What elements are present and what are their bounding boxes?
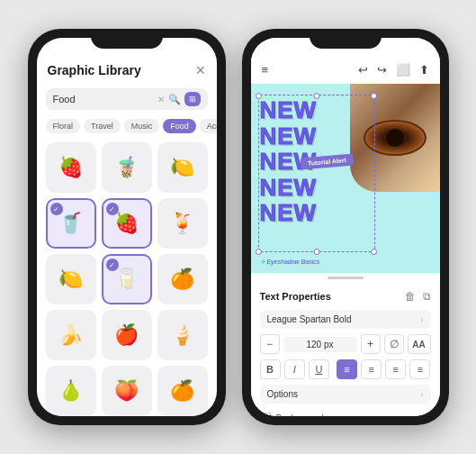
tab-food[interactable]: Food — [163, 119, 196, 133]
eye-shape — [364, 120, 427, 156]
background-checkbox[interactable] — [260, 413, 271, 416]
font-name-label: League Spartan Bold — [267, 314, 352, 324]
phones-container: Graphic Library ✕ Food ✕ 🔍 ⊞ Floral Trav… — [28, 29, 449, 425]
format-row: B I U ≡ ≡ ≡ ≡ — [260, 359, 431, 379]
new-line-2: NEW — [260, 123, 318, 150]
increase-size-button[interactable]: + — [361, 334, 381, 354]
left-phone: Graphic Library ✕ Food ✕ 🔍 ⊞ Floral Trav… — [28, 29, 226, 425]
eyeshadow-label: ✧ Eyeshadow Basics — [260, 259, 320, 266]
copy-icon[interactable]: ⧉ — [423, 290, 431, 303]
size-number: 120 — [306, 340, 321, 350]
emoji-strawberry2: 🍓 — [114, 212, 139, 235]
emoji-icecream: 🍦 — [170, 323, 194, 347]
handle-bottom-left[interactable] — [256, 249, 262, 255]
scroll-bar — [328, 277, 364, 279]
left-phone-screen: Graphic Library ✕ Food ✕ 🔍 ⊞ Floral Trav… — [37, 38, 217, 416]
graphic-grid: 🍓 🧋 🍋 ✓ 🥤 ✓ 🍓 🍹 🍋 ✓ 🥛 🍊 🍌 — [37, 139, 217, 416]
grid-item-0[interactable]: 🍓 — [46, 142, 96, 193]
close-button[interactable]: ✕ — [195, 63, 206, 77]
check-badge-3: ✓ — [50, 203, 63, 215]
graphic-library-title: Graphic Library — [48, 63, 141, 77]
options-chevron-icon: › — [421, 390, 424, 399]
share-icon[interactable]: ⬆ — [419, 63, 429, 77]
tab-music[interactable]: Music — [124, 119, 160, 133]
emoji-lemon: 🍋 — [170, 156, 194, 179]
grid-item-12[interactable]: 🍐 — [46, 366, 96, 416]
grid-item-1[interactable]: 🧋 — [102, 142, 152, 193]
emoji-peach: 🍑 — [114, 379, 139, 403]
opacity-button[interactable]: ∅ — [384, 334, 404, 354]
undo-icon[interactable]: ↩ — [358, 63, 368, 77]
new-line-5: NEW — [260, 200, 318, 226]
print-icon[interactable]: ⬜ — [396, 63, 410, 77]
grid-item-14[interactable]: 🍊 — [157, 366, 208, 416]
align-left-button[interactable]: ≡ — [337, 359, 357, 379]
scroll-indicator — [251, 273, 440, 283]
new-line-1: NEW — [260, 97, 318, 123]
emoji-pear: 🍐 — [58, 379, 83, 403]
right-phone: ≡ ↩ ↪ ⬜ ⬆ NEW — [242, 29, 449, 425]
align-center-button[interactable]: ≡ — [361, 359, 382, 379]
emoji-cup: 🥤 — [58, 212, 83, 235]
emoji-boba: 🧋 — [114, 156, 139, 179]
italic-button[interactable]: I — [284, 359, 305, 379]
right-phone-screen: ≡ ↩ ↪ ⬜ ⬆ NEW — [251, 38, 440, 416]
emoji-tangerine: 🍊 — [170, 379, 194, 403]
background-label: Background — [276, 413, 324, 417]
size-value: 120 px — [283, 337, 357, 352]
align-right-button[interactable]: ≡ — [385, 359, 406, 379]
search-clear-button[interactable]: ✕ — [157, 95, 165, 104]
font-selector[interactable]: League Spartan Bold › — [260, 310, 431, 329]
panel-icons: 🗑 ⧉ — [405, 290, 431, 303]
grid-item-9[interactable]: 🍌 — [46, 310, 96, 360]
options-row[interactable]: Options › — [260, 385, 431, 404]
tab-accessories[interactable]: Accessories — [200, 119, 217, 133]
panel-title: Text Properties — [260, 291, 331, 302]
check-badge-4: ✓ — [106, 203, 119, 215]
text-properties-panel: Text Properties 🗑 ⧉ League Spartan Bold … — [251, 283, 440, 416]
grid-item-3[interactable]: ✓ 🥤 — [46, 198, 96, 249]
check-badge-7: ✓ — [106, 259, 119, 271]
emoji-cocktail: 🍹 — [170, 212, 194, 235]
eye-pupil — [386, 129, 404, 147]
emoji-orange: 🍊 — [170, 268, 194, 291]
left-phone-notch — [91, 29, 163, 49]
search-bar: Food ✕ 🔍 ⊞ — [46, 88, 208, 110]
search-icon[interactable]: 🔍 — [168, 94, 181, 105]
text-case-button[interactable]: AA — [408, 334, 431, 354]
font-chevron-icon: › — [421, 315, 424, 324]
grid-item-4[interactable]: ✓ 🍓 — [102, 198, 152, 249]
delete-icon[interactable]: 🗑 — [405, 290, 416, 303]
canvas-area[interactable]: NEW NEW NEW NEW NEW Tutorial Alert ✧ Eye… — [251, 84, 440, 273]
handle-bottom-mid[interactable] — [313, 249, 319, 255]
grid-item-6[interactable]: 🍋 — [46, 254, 96, 304]
redo-icon[interactable]: ↪ — [377, 63, 387, 77]
filter-icon: ⊞ — [189, 95, 196, 104]
grid-item-13[interactable]: 🍑 — [102, 366, 152, 416]
grid-item-2[interactable]: 🍋 — [157, 142, 208, 193]
decrease-size-button[interactable]: − — [260, 334, 280, 354]
tab-travel[interactable]: Travel — [84, 119, 121, 133]
grid-item-10[interactable]: 🍎 — [102, 310, 152, 360]
background-row: Background — [260, 409, 431, 416]
new-line-4: NEW — [260, 175, 318, 201]
grid-item-11[interactable]: 🍦 — [157, 310, 208, 360]
bold-button[interactable]: B — [260, 359, 281, 379]
underline-button[interactable]: U — [309, 359, 329, 379]
align-justify-button[interactable]: ≡ — [409, 359, 430, 379]
handle-bottom-right[interactable] — [371, 249, 377, 255]
size-unit: px — [324, 340, 334, 350]
filter-button[interactable]: ⊞ — [184, 92, 201, 106]
grid-item-8[interactable]: 🍊 — [157, 254, 208, 304]
eye-photo — [350, 84, 440, 192]
search-value: Food — [53, 94, 154, 104]
tab-floral[interactable]: Floral — [46, 119, 81, 133]
emoji-milk: 🥛 — [114, 268, 139, 291]
menu-icon[interactable]: ≡ — [262, 63, 269, 77]
emoji-banana: 🍌 — [58, 323, 83, 347]
right-phone-notch — [310, 29, 382, 49]
grid-item-7[interactable]: ✓ 🥛 — [102, 254, 152, 304]
grid-item-5[interactable]: 🍹 — [157, 198, 208, 249]
emoji-strawberry: 🍓 — [58, 156, 83, 179]
options-label: Options — [267, 389, 298, 399]
